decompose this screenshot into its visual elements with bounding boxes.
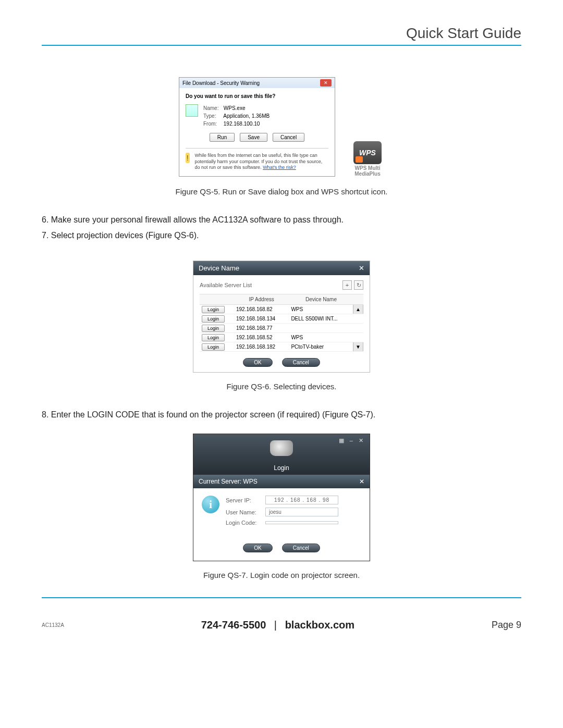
file-download-dialog: File Download - Security Warning ✕ Do yo… — [179, 77, 335, 177]
file-icon — [186, 104, 198, 117]
server-ip-label: Server IP: — [226, 497, 265, 503]
table-row: Login 192.168.168.182 PCtoTV-baker ▼ — [200, 342, 363, 352]
name-cell: WPS — [289, 305, 353, 314]
login-button[interactable]: Login — [202, 325, 225, 332]
info-icon: i — [202, 496, 219, 513]
figure-qs5-caption: Figure QS-5. Run or Save dialog box and … — [42, 187, 521, 196]
login-button[interactable]: Login — [202, 343, 225, 351]
from-label: From: — [203, 120, 222, 128]
ip-cell: 192.168.168.52 — [234, 333, 289, 342]
figure-qs7-caption: Figure QS-7. Login code on projector scr… — [42, 571, 521, 579]
dialog-question: Do you want to run or save this file? — [186, 93, 328, 99]
cancel-button[interactable]: Cancel — [273, 133, 304, 142]
refresh-button[interactable]: ↻ — [354, 280, 363, 290]
device-ok-button[interactable]: OK — [243, 358, 272, 367]
server-ip-input[interactable]: 192 . 168 . 168 . 98 — [265, 496, 338, 504]
page-footer: AC1132A 724-746-5500 | blackbox.com Page… — [0, 614, 563, 631]
warning-icon: ! — [186, 153, 190, 163]
step-6-text: 6. Make sure your personal firewall allo… — [42, 214, 521, 226]
run-button[interactable]: Run — [210, 133, 235, 142]
name-cell: DELL S500WI INT... — [289, 314, 353, 324]
current-server-label: Current Server: WPS — [199, 478, 258, 485]
login-button[interactable]: Login — [202, 334, 225, 341]
footer-model: AC1132A — [42, 622, 64, 628]
col-login — [200, 294, 234, 305]
figure-qs6-caption: Figure QS-6. Selecting devices. — [42, 382, 521, 391]
table-row: Login 192.168.168.52 WPS — [200, 333, 363, 342]
ip-cell: 192.168.168.82 — [234, 305, 289, 314]
footer-divider — [42, 597, 521, 598]
name-cell — [289, 324, 353, 333]
name-value: WPS.exe — [224, 105, 246, 111]
wps-shortcut-icon[interactable]: WPS WPS Multi MediaPlus — [351, 141, 384, 177]
login-section-close-icon[interactable]: ✕ — [359, 478, 364, 485]
figure-qs5-row: File Download - Security Warning ✕ Do yo… — [42, 77, 521, 177]
col-devicename: Device Name — [289, 294, 353, 305]
dialog-close-button[interactable]: ✕ — [320, 79, 332, 87]
wps-badge-icon: WPS — [353, 141, 382, 164]
footer-page: Page 9 — [492, 620, 521, 631]
warning-text: While files from the Internet can be use… — [195, 153, 328, 171]
name-cell: WPS — [289, 333, 353, 342]
device-dialog-close-icon[interactable]: ✕ — [359, 264, 364, 272]
step-7-text: 7. Select projection devices (Figure QS-… — [42, 229, 521, 242]
login-button[interactable]: Login — [202, 306, 225, 313]
login-title: Login — [274, 464, 289, 472]
page-header-title: Quick Start Guide — [42, 25, 521, 42]
type-label: Type: — [203, 112, 222, 120]
table-row: Login 192.168.168.77 — [200, 324, 363, 333]
dialog-title: File Download - Security Warning — [182, 80, 260, 86]
login-code-input[interactable] — [265, 521, 338, 524]
add-server-button[interactable]: + — [342, 280, 352, 290]
login-button[interactable]: Login — [202, 315, 225, 323]
ip-cell: 192.168.168.134 — [234, 314, 289, 324]
table-row: Login 192.168.168.134 DELL S500WI INT... — [200, 314, 363, 324]
user-name-input[interactable]: joesu — [265, 508, 338, 516]
table-row: Login 192.168.168.82 WPS ▲ — [200, 305, 363, 314]
login-code-label: Login Code: — [226, 520, 265, 526]
available-server-list-label: Available Server List — [200, 282, 252, 288]
whats-the-risk-link[interactable]: What's the risk? — [263, 165, 296, 170]
name-cell: PCtoTV-baker — [289, 342, 353, 352]
save-button[interactable]: Save — [240, 133, 267, 142]
name-label: Name: — [203, 104, 222, 112]
wps-label-2: MediaPlus — [351, 171, 384, 177]
scroll-up-icon[interactable]: ▲ — [353, 305, 363, 314]
ip-cell: 192.168.168.77 — [234, 324, 289, 333]
device-dialog-title: Device Name — [199, 264, 239, 272]
login-logo-icon — [270, 440, 293, 456]
login-ok-button[interactable]: OK — [243, 544, 272, 552]
step-8-text: 8. Enter the LOGIN CODE that is found on… — [42, 409, 521, 421]
wps-label-1: WPS Multi — [351, 165, 384, 171]
scroll-down-icon[interactable]: ▼ — [353, 342, 363, 352]
type-value: Application, 1.36MB — [223, 113, 270, 119]
header-divider — [42, 45, 521, 46]
footer-site: blackbox.com — [285, 619, 354, 631]
device-cancel-button[interactable]: Cancel — [282, 358, 320, 367]
footer-phone: 724-746-5500 — [201, 619, 266, 631]
device-name-dialog: Device Name ✕ Available Server List + ↻ … — [193, 261, 370, 373]
footer-separator: | — [274, 619, 277, 631]
from-value: 192.168.100.10 — [224, 121, 260, 127]
login-cancel-button[interactable]: Cancel — [282, 544, 320, 552]
login-window-controls[interactable]: ▦ – ✕ — [339, 437, 365, 444]
user-name-label: User Name: — [226, 509, 265, 515]
ip-cell: 192.168.168.182 — [234, 342, 289, 352]
server-list-table: IP Address Device Name Login 192.168.168… — [200, 294, 363, 352]
login-dialog: ▦ – ✕ Login Current Server: WPS ✕ i Serv… — [193, 434, 370, 561]
col-ip: IP Address — [234, 294, 289, 305]
